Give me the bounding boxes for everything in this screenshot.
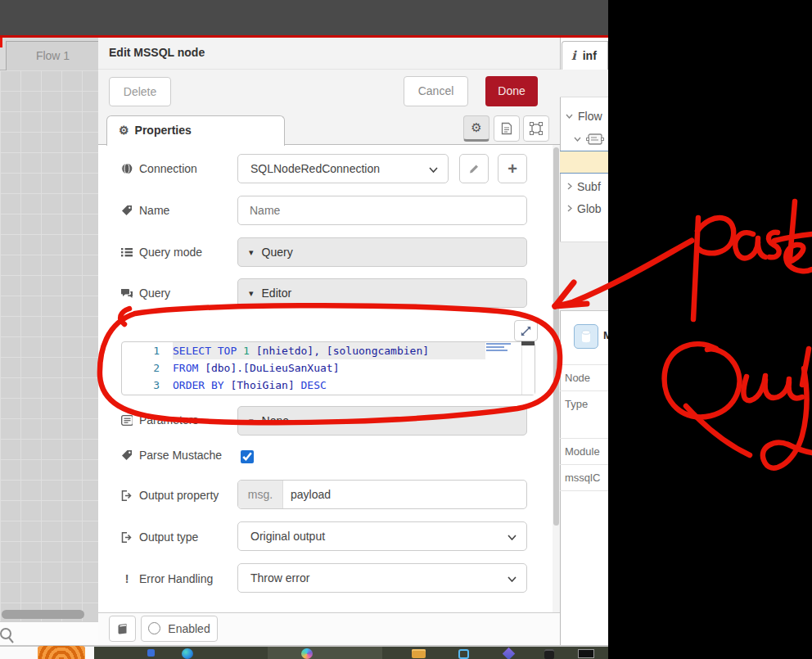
code-text: ORDER BY [ThoiGian] DESC (173, 377, 327, 394)
error-handling-value: Throw error (250, 571, 309, 585)
name-label: Name (121, 204, 169, 217)
gear-icon: ⚙ (471, 120, 481, 135)
triangle-down-icon: ▾ (249, 288, 254, 299)
node-settings-button[interactable]: ⚙ (463, 115, 489, 142)
tree-global-label: Glob (577, 202, 602, 215)
gear-icon: ⚙ (119, 124, 129, 137)
tree-flow-label: Flow (578, 110, 602, 123)
node-description-button[interactable] (494, 115, 520, 142)
globe-icon (121, 163, 133, 174)
info-tab-label: inf (583, 49, 597, 62)
orange-app-icon[interactable] (38, 646, 85, 659)
query-mode-label: Query mode (121, 246, 202, 259)
chevron-down-icon (508, 564, 517, 592)
workspace-footer (0, 621, 98, 647)
tag-icon (121, 449, 133, 461)
triangle-down-icon: ▾ (249, 247, 254, 258)
chevron-right-icon (567, 183, 572, 190)
connection-label: Connection (121, 162, 197, 175)
parameters-dropdown[interactable]: ▾ None (237, 406, 527, 436)
horizontal-scrollbar[interactable] (2, 610, 84, 619)
parameters-label-text: Parameters (139, 413, 198, 427)
sidebar-splitter[interactable] (560, 241, 608, 311)
copilot-icon[interactable] (301, 648, 313, 659)
phone-link-icon[interactable] (458, 649, 469, 659)
terminal-window-icon[interactable] (578, 649, 594, 658)
workspace-canvas[interactable] (0, 70, 98, 621)
enabled-button[interactable]: Enabled (141, 616, 218, 642)
workspace-tab-flow1[interactable]: Flow 1 (6, 41, 100, 70)
query-dropdown[interactable]: ▾ Editor (237, 278, 527, 308)
editor-line[interactable]: 3ORDER BY [ThoiGian] DESC (122, 377, 535, 394)
document-icon (501, 122, 512, 135)
chevron-down-icon (574, 137, 581, 142)
output-property-value: payload (291, 481, 331, 508)
dialog-title: Edit MSSQL node (109, 46, 205, 59)
editor-scroll-track[interactable] (521, 342, 535, 395)
sql-editor[interactable]: 1SELECT TOP 1 [nhietdo], [soluongcambien… (121, 341, 535, 395)
error-handling-select[interactable]: Throw error (237, 563, 527, 593)
done-button[interactable]: Done (485, 76, 538, 106)
editor-minimap (485, 342, 521, 395)
name-input[interactable] (237, 196, 527, 225)
black-overlay (608, 0, 812, 659)
info-table-end (560, 490, 608, 491)
dark-app-icon[interactable] (544, 649, 554, 659)
code-text: SELECT TOP 1 [nhietdo], [soluongcambien] (173, 342, 429, 359)
output-type-value: Original output (250, 530, 325, 543)
chevron-down-icon (429, 155, 438, 183)
name-label-text: Name (139, 204, 169, 217)
tree-item-global[interactable]: Glob (560, 197, 616, 219)
chevron-right-icon (567, 205, 572, 212)
node-appearance-button[interactable] (523, 115, 549, 142)
output-type-select[interactable]: Original output (237, 521, 527, 551)
chevron-down-icon (508, 522, 517, 550)
minimap-slider[interactable] (521, 341, 535, 345)
query-value: Editor (262, 287, 292, 300)
list-alt-icon (121, 414, 133, 426)
zoom-search-icon[interactable] (0, 625, 15, 645)
tree-item-flow[interactable]: Flow (560, 105, 614, 127)
parse-mustache-checkbox[interactable] (241, 450, 254, 463)
tab-properties-label: Properties (135, 124, 192, 137)
tray-scroll-thumb[interactable] (553, 147, 559, 526)
tag-icon (121, 205, 133, 216)
query-label-text: Query (139, 287, 170, 300)
enabled-label: Enabled (168, 622, 210, 635)
docs-button[interactable] (109, 616, 136, 642)
connection-select[interactable]: SQLNodeRedConnection (237, 154, 449, 183)
layout-frame-icon (530, 122, 543, 135)
sign-out-icon (121, 490, 133, 501)
node-type-tile (574, 324, 598, 349)
output-property-input[interactable]: msg. payload (237, 480, 527, 509)
msg-prefix: msg. (238, 481, 283, 508)
delete-button[interactable]: Delete (109, 77, 171, 106)
red-annotation-tick (0, 38, 2, 47)
active-app-tile[interactable] (268, 647, 382, 659)
edit-connection-button[interactable] (459, 154, 489, 183)
tab-info[interactable]: i inf (562, 41, 608, 70)
expand-editor-button[interactable] (514, 320, 538, 341)
tree-item-subflows[interactable]: Subf (560, 175, 616, 197)
folder-icon[interactable] (412, 649, 426, 658)
edge-icon[interactable] (182, 648, 193, 659)
output-type-label-text: Output type (139, 530, 198, 544)
taskbar-app-icon[interactable] (147, 649, 155, 657)
tab-properties[interactable]: ⚙Properties (106, 115, 285, 146)
editor-line[interactable]: 2FROM [dbo].[DuLieuSanXuat] (122, 359, 535, 377)
error-handling-label-text: Error Handling (139, 572, 213, 585)
comments-icon (121, 287, 133, 299)
tree-item-selected[interactable] (560, 151, 608, 174)
status-circle-icon (148, 622, 160, 634)
line-number: 2 (122, 359, 173, 377)
screen: Flow 1 Edit MSSQL node Delete Cancel Don… (0, 0, 812, 659)
info-icon: i (571, 48, 576, 63)
editor-line[interactable]: 1SELECT TOP 1 [nhietdo], [soluongcambien… (122, 342, 535, 359)
line-number: 3 (122, 377, 173, 394)
query-label: Query (121, 287, 170, 300)
info-row: Module (560, 438, 608, 464)
add-connection-button[interactable]: + (498, 154, 527, 183)
query-mode-dropdown[interactable]: ▾ Query (237, 237, 527, 267)
cancel-button[interactable]: Cancel (404, 76, 468, 106)
parameters-value: None (262, 414, 289, 427)
